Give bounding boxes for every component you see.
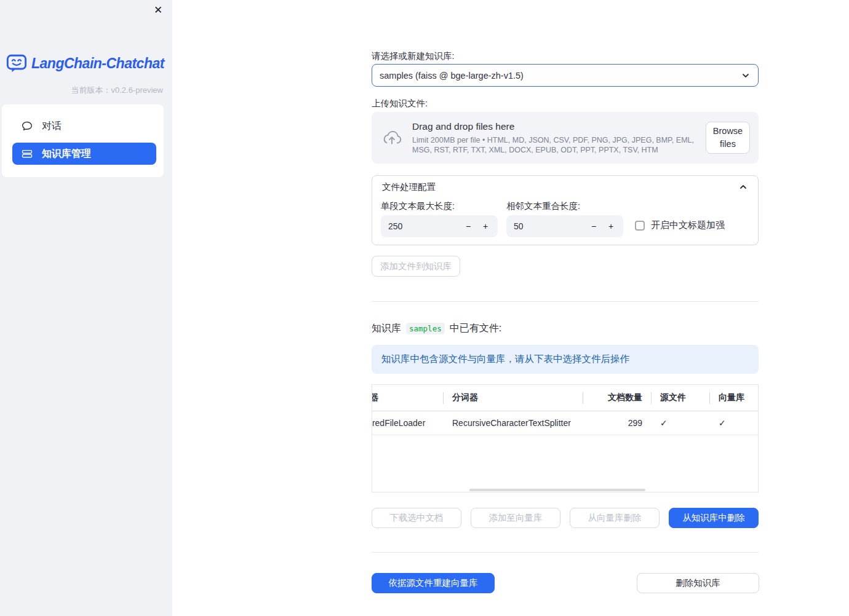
- sidebar-item-dialogue[interactable]: 对话: [12, 115, 156, 137]
- rebuild-vector-store-button[interactable]: 依据源文件重建向量库: [372, 573, 495, 593]
- table-horizontal-scrollbar[interactable]: [469, 489, 645, 491]
- zh-title-enhance-checkbox[interactable]: [635, 221, 645, 231]
- header-vector-store[interactable]: 向量库: [709, 385, 759, 411]
- sidebar-nav-card: 对话 知识库管理: [2, 105, 164, 177]
- sidebar: ✕ LangChain-Chatchat 当前版本：v0.2.6-preview…: [0, 0, 172, 616]
- chunk-overlap-minus-button[interactable]: −: [585, 216, 602, 236]
- sidebar-item-label: 知识库管理: [42, 148, 91, 160]
- table-row[interactable]: UnstructuredFileLoader RecursiveCharacte…: [372, 411, 759, 435]
- zh-title-enhance-row: 开启中文标题加强: [635, 219, 725, 231]
- file-config-expander-header[interactable]: 文件处理配置: [372, 176, 758, 198]
- divider: [372, 552, 759, 553]
- header-splitter[interactable]: 分词器: [443, 385, 583, 411]
- delete-from-kb-button[interactable]: 从知识库中删除: [669, 508, 759, 528]
- chunk-overlap-plus-button[interactable]: +: [602, 216, 620, 236]
- chunk-size-label: 单段文本最大长度:: [381, 200, 455, 212]
- add-to-vector-store-button[interactable]: 添加至向量库: [471, 508, 560, 528]
- file-dropzone[interactable]: Drag and drop files here Limit 200MB per…: [372, 112, 759, 164]
- kb-files-grid: 文档加载器 分词器 文档数量 源文件 向量库 UnstructuredFileL…: [372, 385, 759, 435]
- sidebar-item-knowledge-base[interactable]: 知识库管理: [12, 143, 156, 165]
- table-header-row: 文档加载器 分词器 文档数量 源文件 向量库: [372, 385, 759, 411]
- chevron-down-icon: [741, 71, 751, 81]
- delete-from-vector-store-button[interactable]: 从向量库删除: [570, 508, 660, 528]
- cell-splitter: RecursiveCharacterTextSplitter: [443, 411, 583, 435]
- file-config-expander: 文件处理配置 单段文本最大长度: 相邻文本重合长度: 250 − + 50 − …: [372, 175, 759, 245]
- stacked-list-icon: [21, 148, 33, 160]
- chevron-up-icon: [738, 182, 748, 192]
- dropzone-limit-text: Limit 200MB per file • HTML, MD, JSON, C…: [412, 135, 704, 155]
- cell-doc-loader: UnstructuredFileLoader: [372, 411, 443, 435]
- zh-title-enhance-label[interactable]: 开启中文标题加强: [651, 219, 725, 231]
- existing-files-suffix: 中已有文件:: [450, 322, 501, 335]
- info-alert-text: 知识库中包含源文件与向量库，请从下表中选择文件后操作: [381, 353, 629, 366]
- cell-source-file-check: ✓: [651, 411, 709, 435]
- download-selected-button[interactable]: 下载选中文档: [372, 508, 461, 528]
- chunk-size-value: 250: [388, 221, 402, 231]
- kb-select-dropdown[interactable]: samples (faiss @ bge-large-zh-v1.5): [372, 64, 759, 87]
- dropzone-title: Drag and drop files here: [412, 121, 704, 132]
- header-doc-count[interactable]: 文档数量: [583, 385, 651, 411]
- chunk-size-plus-button[interactable]: +: [477, 216, 494, 236]
- chat-bubble-icon: [21, 120, 33, 132]
- header-source-file[interactable]: 源文件: [651, 385, 709, 411]
- main-content: 请选择或新建知识库: samples (faiss @ bge-large-zh…: [372, 0, 759, 616]
- chunk-overlap-value: 50: [514, 221, 524, 231]
- chat-smiley-logo-icon: [6, 53, 27, 73]
- chunk-overlap-input[interactable]: 50 − +: [506, 215, 623, 237]
- chunk-size-minus-button[interactable]: −: [460, 216, 477, 236]
- existing-files-prefix: 知识库: [372, 322, 401, 335]
- add-files-to-kb-button[interactable]: 添加文件到知识库: [372, 256, 460, 277]
- kb-select-value: samples (faiss @ bge-large-zh-v1.5): [380, 71, 524, 81]
- version-text: 当前版本：v0.2.6-preview: [71, 85, 163, 96]
- browse-files-button[interactable]: Browse files: [706, 122, 750, 154]
- upload-label: 上传知识文件:: [372, 98, 428, 109]
- header-doc-loader[interactable]: 文档加载器: [372, 385, 443, 411]
- cell-doc-count: 299: [583, 411, 651, 435]
- sidebar-close-icon[interactable]: ✕: [151, 4, 165, 17]
- file-config-title: 文件处理配置: [382, 181, 436, 193]
- existing-files-heading: 知识库 samples 中已有文件:: [372, 322, 501, 335]
- chunk-overlap-label: 相邻文本重合长度:: [506, 200, 580, 212]
- cell-vector-store-check: ✓: [709, 411, 759, 435]
- app-title: LangChain-Chatchat: [31, 55, 164, 72]
- kb-files-table: 文档加载器 分词器 文档数量 源文件 向量库 UnstructuredFileL…: [372, 384, 759, 492]
- cloud-upload-icon: [381, 129, 402, 146]
- sidebar-item-label: 对话: [42, 120, 62, 133]
- divider: [372, 301, 759, 302]
- info-alert: 知识库中包含源文件与向量库，请从下表中选择文件后操作: [372, 345, 759, 374]
- kb-name-code-chip: samples: [406, 323, 445, 334]
- app-logo: LangChain-Chatchat: [6, 53, 164, 73]
- file-actions-row: 下载选中文档 添加至向量库 从向量库删除 从知识库中删除: [372, 508, 759, 528]
- chunk-size-input[interactable]: 250 − +: [381, 215, 498, 237]
- delete-kb-button[interactable]: 删除知识库: [637, 573, 759, 593]
- kb-select-label: 请选择或新建知识库:: [372, 50, 455, 62]
